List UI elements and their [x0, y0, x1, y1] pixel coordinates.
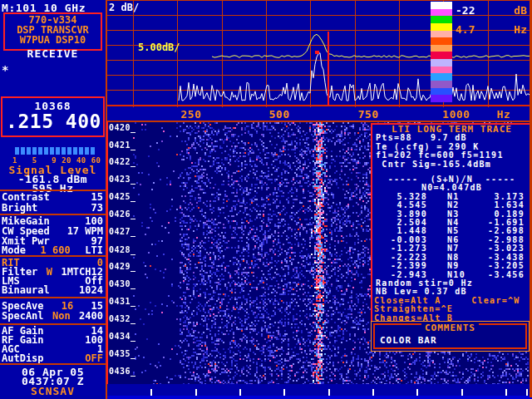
x-tick: 250 — [181, 108, 202, 121]
resolution-bandwidth: 4.7 Hz — [456, 23, 527, 36]
control-row-contrast[interactable]: Contrast15 — [2, 192, 103, 202]
radio-id-box: 770-v334 DSP TRANSCVR W7PUA DSP10 — [3, 12, 102, 51]
waterfall-frequency-ticks — [106, 384, 532, 396]
snr-table: 5.328N13.1734.545N21.6343.890N30.1892.50… — [372, 193, 531, 279]
color-bar-segment — [431, 88, 452, 96]
color-bar-segment — [431, 73, 452, 81]
waterfall-time-label: 0427_ — [109, 227, 136, 236]
sidebar-divider — [0, 255, 106, 257]
meter-segment — [73, 147, 77, 155]
noise-value: -3.205 — [470, 262, 531, 270]
control-row-bright[interactable]: Bright73 — [2, 203, 103, 213]
control-row-autdisp[interactable]: AutDispOFF — [2, 353, 103, 363]
control-label: Binaural — [2, 285, 50, 295]
color-bar-segment — [431, 59, 452, 66]
n-index: N9 — [427, 262, 470, 270]
waterfall-time-label: 0425_ — [109, 192, 136, 201]
control-value: 1024 — [79, 285, 103, 295]
comments-inner-border: COMMENTS COLOR BAR — [373, 323, 527, 349]
control-label: Contrast — [2, 192, 50, 202]
meter-segment — [50, 147, 54, 155]
x-tick: 1000 — [442, 108, 470, 121]
waterfall-time-label: 0429_ — [109, 262, 136, 271]
x-tick: 500 — [269, 108, 290, 121]
waterfall-time-label: 0423_ — [109, 175, 136, 184]
frequency-tick — [150, 389, 152, 396]
frequency-tick — [461, 389, 463, 396]
receive-status: RECEIVE — [0, 47, 106, 60]
meter-segment — [27, 147, 31, 155]
comments-title-row: COMMENTS — [375, 323, 525, 333]
comments-content: COLOR BAR — [380, 335, 437, 346]
spectrum-scale-label: 2 dB/ — [109, 2, 139, 13]
meter-segment — [67, 147, 71, 155]
waterfall-color-bar — [431, 2, 452, 102]
comments-box[interactable]: COMMENTS COLOR BAR — [371, 321, 530, 352]
resolution-value: 4.7 — [456, 23, 475, 36]
frequency-display[interactable]: 10368 .215 400 — [1, 96, 105, 137]
control-row-mode[interactable]: Mode1 600LTI — [2, 245, 103, 255]
x-axis-unit: Hz — [497, 108, 511, 121]
dsp10-app-window: 2 dB/ 5.00dB/ -22 dB 4.7 Hz 14 12 10 8 6… — [0, 0, 532, 399]
resolution-unit: Hz — [514, 23, 527, 36]
waterfall-time-label: 0435_ — [109, 349, 136, 358]
control-row-binaural[interactable]: Binaural1024 — [2, 285, 103, 295]
frequency-tick — [328, 389, 330, 396]
meter-segment — [21, 147, 25, 155]
shortcut-straighten: Straighten=^E — [374, 305, 531, 313]
radio-model: W7PUA DSP10 — [5, 35, 101, 45]
frequency-tick — [283, 389, 285, 396]
meter-segment — [91, 147, 95, 155]
control-mid-value: Non — [52, 311, 71, 321]
meter-segment — [79, 147, 83, 155]
control-value: 73 — [91, 203, 103, 213]
waterfall-time-label: 0426_ — [109, 209, 136, 219]
meter-segment — [32, 147, 37, 155]
x-tick: 750 — [358, 108, 379, 121]
waterfall-time-label: 0430_ — [109, 279, 136, 288]
reference-level-unit: dB — [514, 4, 527, 17]
bottom-edge-bar — [106, 396, 532, 399]
waterfall-time-label: 0434_ — [109, 332, 136, 341]
color-bar-segment — [431, 81, 452, 88]
waterfall-time-label: 0420_ — [109, 123, 136, 132]
color-bar-segment — [431, 2, 452, 9]
meter-segment — [62, 147, 66, 155]
color-bar-segment — [431, 52, 452, 59]
color-bar-segment — [431, 9, 452, 17]
lti-info-line: Cntr Sig=-165.4dBm — [376, 160, 531, 169]
control-value: 15 — [91, 192, 103, 202]
waterfall-time-label: 0436_ — [109, 367, 136, 376]
lti-long-term-trace-panel: LTI LONG TERM TRACE Pts=88 9.7 dB Te (.c… — [371, 123, 532, 323]
control-value: LTI — [85, 245, 103, 255]
frequency-tick — [416, 389, 418, 396]
color-bar-segment — [431, 45, 452, 52]
sidebar-divider — [0, 190, 106, 191]
frequency-tick — [195, 389, 197, 396]
meter-segment — [85, 147, 89, 155]
frequency-khz: .215 400 — [3, 111, 104, 132]
activity-indicator: * — [2, 63, 8, 76]
snr-value: -2.399 — [376, 262, 427, 270]
sidebar-divider — [0, 214, 106, 215]
sidebar-divider — [0, 297, 106, 298]
color-bar-segment — [431, 95, 452, 102]
waterfall-time-label: 0431_ — [109, 297, 136, 306]
waterfall-left-border — [106, 121, 108, 384]
control-mid-value: 1 600 — [41, 245, 71, 255]
noise-value: -3.456 — [470, 271, 531, 279]
control-label: SpecAnl — [2, 311, 44, 321]
waterfall-time-label: 0422_ — [109, 157, 136, 166]
waterfall-time-label: 0428_ — [109, 245, 136, 254]
frequency-tick — [505, 389, 507, 396]
waterfall-time-label: 0432_ — [109, 314, 136, 323]
average-scale-label: 5.00dB/ — [138, 42, 180, 53]
color-bar-segment — [431, 31, 452, 38]
frequency-tick — [239, 389, 241, 396]
control-label: Bright — [2, 203, 37, 213]
meter-segment — [15, 147, 19, 155]
control-row-specanl[interactable]: SpecAnlNon2400 — [2, 311, 103, 321]
waterfall-time-label: 0421_ — [109, 140, 136, 150]
color-bar-segment — [431, 37, 452, 45]
comments-title: COMMENTS — [421, 323, 479, 333]
